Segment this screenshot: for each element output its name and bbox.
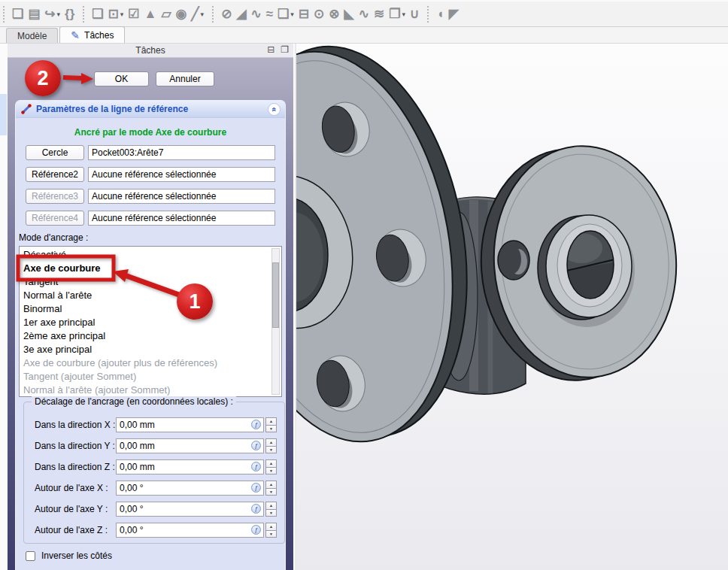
toolbar-drag-handle[interactable]: [83, 6, 86, 23]
additive-box-dropdown-arrow[interactable]: ▾: [290, 11, 294, 18]
spin-down-button[interactable]: ▼: [265, 488, 277, 496]
mode-item: Axe de courbure (ajouter plus de référen…: [20, 356, 281, 370]
mode-item[interactable]: Tangent: [20, 275, 281, 289]
mode-item[interactable]: 2ème axe principal: [20, 329, 281, 343]
spin-up-button[interactable]: ▲: [265, 502, 277, 509]
reference-field-4[interactable]: Aucune référence sélectionnée: [88, 211, 275, 226]
datum-point-button[interactable]: ▲: [142, 4, 159, 25]
mode-list-scrollbar[interactable]: [271, 248, 280, 395]
tab-tasks[interactable]: ✎ Tâches: [59, 26, 125, 43]
export-button[interactable]: ↪▾: [42, 4, 62, 25]
offset-label-1: Dans la direction X :: [35, 420, 116, 430]
reference-button-1[interactable]: Cercle: [26, 145, 84, 160]
chamfer-button[interactable]: ◤: [447, 4, 461, 25]
spin-up-button[interactable]: ▲: [265, 417, 277, 425]
spin-up-button[interactable]: ▲: [265, 438, 277, 446]
spin-up-button[interactable]: ▲: [265, 459, 277, 467]
revolution-icon: ⊘: [221, 5, 232, 24]
reference-field-2[interactable]: Aucune référence sélectionnée: [88, 167, 275, 182]
reference-button-3: Référence3: [26, 189, 84, 204]
subtractive-box-button[interactable]: ❐▾: [387, 4, 408, 25]
datum-line-button[interactable]: ╱▾: [189, 4, 206, 25]
validate-sketch-button[interactable]: ☑: [126, 4, 141, 25]
task-panel-column: Tâches ⊟ ❐ OK Annuler: [0, 44, 295, 570]
offset-field-6[interactable]: 0,00 °ƒ: [116, 523, 264, 538]
scrollbar-thumb[interactable]: [272, 262, 279, 328]
datum-plane-button[interactable]: ▱: [159, 4, 173, 25]
create-sketch-button[interactable]: ⊡▾: [106, 4, 126, 25]
std-part-button[interactable]: ❏: [10, 4, 26, 25]
offset-field-5[interactable]: 0,00 °ƒ: [116, 502, 264, 517]
toolbar: ❏▤↪▾{}❏⊡▾☑▲▱◉╱▾⊘◢∿≈❏▾⊟⊙⊗◣∿≋❐▾∪◖◤: [0, 0, 728, 27]
offset-groupbox: Décalage de l'ancrage (en coordonnées lo…: [23, 402, 285, 544]
create-body-button[interactable]: ❏: [89, 4, 105, 25]
mode-item[interactable]: 3e axe principal: [20, 343, 281, 356]
3d-viewport[interactable]: [295, 44, 728, 570]
toolbar-drag-handle[interactable]: [427, 6, 430, 23]
reference-button-2[interactable]: Référence2: [26, 167, 84, 182]
expression-fx-icon[interactable]: ƒ: [251, 525, 261, 535]
expression-fx-icon[interactable]: ƒ: [251, 504, 261, 514]
expression-icon: {}: [65, 5, 74, 24]
pocket-button[interactable]: ⊟: [296, 4, 311, 25]
boolean-operation-button[interactable]: ∪: [408, 4, 421, 25]
reference-field-3[interactable]: Aucune référence sélectionnée: [88, 189, 275, 204]
subtractive-box-dropdown-arrow[interactable]: ▾: [402, 11, 405, 18]
spin-down-button[interactable]: ▼: [265, 509, 277, 517]
expression-fx-icon[interactable]: ƒ: [251, 483, 261, 493]
fillet-icon: ◖: [436, 5, 444, 24]
cancel-button[interactable]: Annuler: [156, 71, 214, 86]
additive-loft-button[interactable]: ◢: [234, 4, 248, 25]
expression-button[interactable]: {}: [62, 4, 77, 25]
spin-down-button[interactable]: ▼: [265, 467, 277, 475]
expression-fx-icon[interactable]: ƒ: [251, 420, 261, 429]
ok-button[interactable]: OK: [94, 71, 149, 86]
mode-item[interactable]: Binormal: [20, 302, 281, 316]
export-dropdown-arrow[interactable]: ▾: [57, 11, 61, 18]
panel-edge-highlight: [0, 94, 7, 135]
subtractive-pipe-button[interactable]: ∿: [356, 4, 372, 25]
spin-down-button[interactable]: ▼: [265, 425, 277, 433]
hole-button[interactable]: ⊙: [311, 4, 326, 25]
dock-icon[interactable]: ⊟: [267, 44, 275, 55]
toolbar-drag-handle[interactable]: [3, 6, 6, 23]
mode-item[interactable]: 1er axe principal: [20, 316, 281, 329]
additive-pipe-button[interactable]: ∿: [248, 4, 263, 25]
groove-button[interactable]: ⊗: [326, 4, 341, 25]
spin-up-button[interactable]: ▲: [265, 481, 277, 488]
offset-field-4[interactable]: 0,00 °ƒ: [116, 481, 264, 496]
offset-field-2[interactable]: 0,00 mmƒ: [116, 438, 264, 453]
subtractive-loft-button[interactable]: ◣: [342, 4, 356, 25]
revolution-button[interactable]: ⊘: [219, 4, 234, 25]
datum-line-dropdown-arrow[interactable]: ▾: [201, 11, 205, 18]
expression-fx-icon[interactable]: ƒ: [251, 462, 261, 471]
create-sketch-dropdown-arrow[interactable]: ▾: [120, 11, 124, 18]
collapse-button[interactable]: «: [268, 103, 281, 116]
reference-rows: CerclePocket003:Arête7Référence2Aucune r…: [26, 145, 275, 226]
taskbox-header[interactable]: Paramètres de la ligne de référence «: [16, 101, 285, 118]
pocket-icon: ⊟: [299, 5, 309, 24]
export-icon: ↪: [44, 5, 55, 24]
spin-down-button[interactable]: ▼: [265, 446, 277, 454]
tab-model[interactable]: Modèle: [6, 28, 58, 43]
flip-sides-checkbox[interactable]: [26, 551, 35, 561]
mode-item[interactable]: Normal à l'arête: [20, 289, 281, 302]
additive-helix-button[interactable]: ≈: [264, 4, 275, 25]
subtractive-helix-button[interactable]: ≋: [372, 4, 387, 25]
spinner-3: ▲▼: [265, 459, 277, 474]
spin-down-button[interactable]: ▼: [265, 530, 277, 538]
reference-field-1[interactable]: Pocket003:Arête7: [88, 145, 275, 160]
open-folder-button[interactable]: ▤: [26, 4, 42, 25]
toolbar-drag-handle[interactable]: [212, 6, 215, 23]
spin-up-button[interactable]: ▲: [265, 523, 277, 530]
mode-item[interactable]: Axe de courbure: [20, 262, 281, 275]
expression-fx-icon[interactable]: ƒ: [251, 441, 261, 450]
mode-item[interactable]: Désactivé: [20, 248, 281, 262]
additive-box-button[interactable]: ❏▾: [275, 4, 296, 25]
offset-field-3[interactable]: 0,00 mmƒ: [116, 459, 264, 474]
mode-item: Tangent (ajouter Sommet): [20, 370, 281, 384]
offset-field-1[interactable]: 0,00 mmƒ: [116, 417, 264, 432]
fillet-button[interactable]: ◖: [434, 4, 446, 25]
shape-binder-button[interactable]: ◉: [174, 4, 190, 25]
float-icon[interactable]: ❐: [281, 44, 289, 55]
